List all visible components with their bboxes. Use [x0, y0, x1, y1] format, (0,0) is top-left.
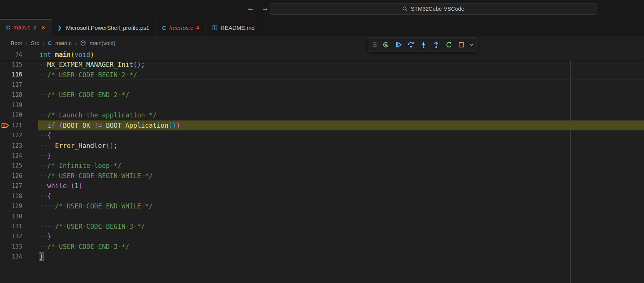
- code-line-content[interactable]: ··if·(BOOT_OK·!=·BOOT_Application()): [38, 120, 644, 130]
- code-line-134[interactable]: 134}: [0, 252, 644, 262]
- code-line-119[interactable]: 119: [0, 100, 644, 110]
- code-token: 1: [74, 182, 78, 190]
- gutter[interactable]: 122: [0, 130, 38, 140]
- code-line-content[interactable]: ··}: [38, 151, 644, 161]
- gutter[interactable]: 130: [0, 211, 38, 221]
- code-line-content[interactable]: ··/*·USER·CODE·END·3·*/: [38, 242, 644, 252]
- restart-button[interactable]: [443, 39, 455, 50]
- breadcrumb-item-boot[interactable]: Boot: [11, 40, 22, 46]
- code-line-content[interactable]: [38, 100, 644, 110]
- code-line-121[interactable]: 121··if·(BOOT_OK·!=·BOOT_Application()): [0, 120, 644, 130]
- code-line-117[interactable]: 117: [0, 80, 644, 90]
- gutter[interactable]: 128: [0, 191, 38, 201]
- sticky-line-code[interactable]: int main(void): [38, 50, 644, 60]
- gutter[interactable]: 132: [0, 231, 38, 241]
- code-token: ): [90, 51, 94, 59]
- continue-button[interactable]: [392, 39, 404, 50]
- nav-forward-icon[interactable]: →: [261, 4, 269, 13]
- gutter[interactable]: 125: [0, 161, 38, 171]
- breadcrumb-item-file[interactable]: main.c: [55, 40, 72, 46]
- tab-readme-md[interactable]: ⓘ README.md: [205, 19, 261, 36]
- breadcrumb-item-src[interactable]: Src: [31, 40, 39, 46]
- gutter[interactable]: 131: [0, 221, 38, 231]
- code-line-content[interactable]: }: [38, 252, 644, 262]
- code-line-content[interactable]: ··/*·USER·CODE·END·2·*/: [38, 90, 644, 100]
- code-line-content[interactable]: ··}: [38, 231, 644, 241]
- gutter[interactable]: 121: [0, 120, 38, 130]
- code-line-129[interactable]: 129····/*·USER·CODE·END·WHILE·*/: [0, 201, 644, 211]
- whitespace-dot: ·: [39, 162, 43, 169]
- code-line-133[interactable]: 133··/*·USER·CODE·END·3·*/: [0, 242, 644, 252]
- code-line-115[interactable]: 115··MX_EXTMEM_MANAGER_Init();: [0, 60, 644, 70]
- code-token: [51, 51, 55, 59]
- code-token: (: [71, 182, 74, 190]
- code-line-125[interactable]: 125··/*·Infinite·loop·*/: [0, 161, 644, 171]
- tab-freertos-c[interactable]: C freertos.c 4: [156, 19, 205, 36]
- tab-main-c[interactable]: C main.c 3 ×: [0, 19, 52, 36]
- code-line-content[interactable]: ····Error_Handler();: [38, 141, 644, 151]
- code-line-content[interactable]: ····/*·USER·CODE·END·WHILE·*/: [38, 201, 644, 211]
- code-line-content[interactable]: ··/*·USER·CODE·BEGIN·WHILE·*/: [38, 171, 644, 181]
- nav-back-icon[interactable]: ←: [247, 4, 254, 13]
- gutter[interactable]: 118: [0, 90, 38, 100]
- gutter[interactable]: 116: [0, 70, 38, 80]
- line-number: 123: [12, 141, 22, 151]
- gutter[interactable]: 133: [0, 242, 38, 252]
- code-line-128[interactable]: 128··{: [0, 191, 644, 201]
- gutter[interactable]: 120: [0, 110, 38, 120]
- code-line-116[interactable]: 116··/*·USER·CODE·BEGIN·2·*/: [0, 70, 644, 80]
- code-line-127[interactable]: 127··while·(1): [0, 181, 644, 191]
- code-line-content[interactable]: ··/*·USER·CODE·BEGIN·2·*/: [38, 70, 644, 80]
- whitespace-dot: ·: [74, 71, 78, 79]
- code-line-123[interactable]: 123····Error_Handler();: [0, 141, 644, 151]
- step-into-button[interactable]: [417, 39, 429, 50]
- gutter[interactable]: 117: [0, 80, 38, 90]
- tab-label: README.md: [220, 24, 254, 31]
- code-line-132[interactable]: 132··}: [0, 231, 644, 241]
- breadcrumb-item-symbol[interactable]: main(void): [89, 40, 115, 46]
- powershell-icon: ❯_: [58, 25, 63, 31]
- code-line-content[interactable]: [38, 211, 644, 221]
- code-line-122[interactable]: 122··{: [0, 130, 644, 140]
- gutter[interactable]: 129: [0, 201, 38, 211]
- gutter[interactable]: 123: [0, 141, 38, 151]
- code-line-content[interactable]: ··{: [38, 191, 644, 201]
- command-center-search[interactable]: STM32Cube-VSCode: [270, 3, 597, 15]
- more-actions-button[interactable]: [468, 39, 475, 50]
- gutter[interactable]: 124: [0, 151, 38, 161]
- whitespace-dot: ·: [55, 162, 59, 169]
- code-line-content[interactable]: ··/*·Launch·the·application·*/: [38, 110, 644, 120]
- tab-powershell-profile[interactable]: ❯_ Microsoft.PowerShell_profile.ps1: [52, 19, 156, 36]
- gutter[interactable]: 134: [0, 252, 38, 262]
- gutter[interactable]: 127: [0, 181, 38, 191]
- gripper-icon[interactable]: [371, 39, 379, 50]
- code-line-130[interactable]: 130: [0, 211, 644, 221]
- code-line-content[interactable]: ····/*·USER·CODE·BEGIN·3·*/: [38, 221, 644, 231]
- whitespace-dot: ·: [102, 223, 106, 230]
- code-line-content[interactable]: ··while·(1): [38, 181, 644, 191]
- code-editor[interactable]: 74 int main(void) 115··MX_EXTMEM_MANAGER…: [0, 50, 644, 283]
- code-line-content[interactable]: ··{: [38, 130, 644, 140]
- gutter[interactable]: 119: [0, 100, 38, 110]
- debug-breakpoint-arrow-icon[interactable]: [1, 122, 11, 129]
- code-line-124[interactable]: 124··}: [0, 151, 644, 161]
- step-out-button[interactable]: [430, 39, 442, 50]
- sticky-scroll-line[interactable]: 74 int main(void): [0, 50, 644, 60]
- code-line-118[interactable]: 118··/*·USER·CODE·END·2·*/: [0, 90, 644, 100]
- step-over-button[interactable]: [405, 39, 417, 50]
- code-line-content[interactable]: ··/*·Infinite·loop·*/: [38, 161, 644, 171]
- gutter[interactable]: 126: [0, 171, 38, 181]
- gutter[interactable]: 115: [0, 60, 38, 70]
- stop-button[interactable]: [455, 39, 467, 50]
- close-icon[interactable]: ×: [42, 24, 45, 31]
- code-lines[interactable]: 115··MX_EXTMEM_MANAGER_Init();116··/*·US…: [0, 60, 644, 262]
- code-line-content[interactable]: ··MX_EXTMEM_MANAGER_Init();: [38, 60, 644, 70]
- reset-device-button[interactable]: [380, 39, 392, 50]
- code-line-content[interactable]: [38, 80, 644, 90]
- c-file-icon: C: [162, 24, 166, 31]
- code-line-131[interactable]: 131····/*·USER·CODE·BEGIN·3·*/: [0, 221, 644, 231]
- code-token: MX_EXTMEM_MANAGER_Init: [47, 61, 133, 68]
- reset-device-icon: [382, 41, 390, 49]
- code-line-120[interactable]: 120··/*·Launch·the·application·*/: [0, 110, 644, 120]
- code-line-126[interactable]: 126··/*·USER·CODE·BEGIN·WHILE·*/: [0, 171, 644, 181]
